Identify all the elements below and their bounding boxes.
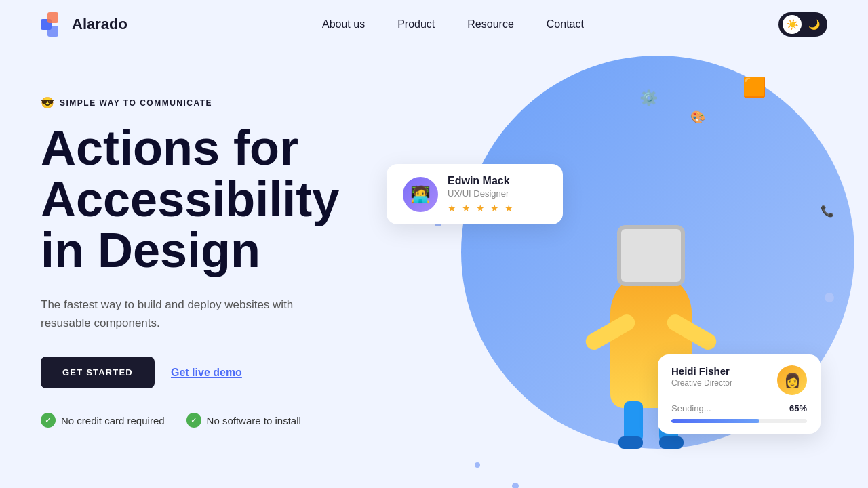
nav-item-contact[interactable]: Contact	[547, 18, 584, 30]
edwin-avatar-emoji: 🧑‍💻	[410, 185, 431, 204]
heidi-info: Heidi Fisher Creative Director	[671, 365, 732, 388]
heidi-header: Heidi Fisher Creative Director 👩	[671, 365, 807, 395]
card-edwin: 🧑‍💻 Edwin Mack UX/UI Designer ★ ★ ★ ★ ★	[387, 164, 563, 224]
hero-badge: 😎 SIMPLE WAY TO COMMUNICATE	[41, 96, 407, 109]
check-icon-software: ✓	[186, 413, 201, 428]
feature-text-software: No software to install	[207, 415, 301, 426]
get-started-button[interactable]: GET STARTED	[41, 357, 155, 388]
nav-item-resource[interactable]: Resource	[467, 18, 513, 30]
brand-logo[interactable]: Alarado	[41, 12, 127, 37]
heidi-role: Creative Director	[671, 378, 732, 388]
light-icon: ☀️	[787, 19, 798, 30]
edwin-info: Edwin Mack UX/UI Designer ★ ★ ★ ★ ★	[448, 175, 515, 214]
edwin-name: Edwin Mack	[448, 175, 515, 187]
heidi-avatar: 👩	[777, 365, 807, 395]
hero-subtitle: The fastest way to build and deploy webs…	[41, 296, 346, 332]
brand-name: Alarado	[72, 16, 127, 33]
feature-no-software: ✓ No software to install	[186, 413, 301, 428]
float-shape-top: ⚙️	[639, 89, 658, 107]
hero-section: 😎 SIMPLE WAY TO COMMUNICATE Actions for …	[0, 49, 868, 488]
svg-rect-1	[47, 12, 58, 23]
sending-pct: 65%	[789, 403, 807, 413]
sending-row: Sending... 65%	[671, 403, 807, 413]
dark-mode-button[interactable]: 🌙	[804, 15, 823, 34]
edwin-role: UX/UI Designer	[448, 188, 515, 199]
badge-text: SIMPLE WAY TO COMMUNICATE	[60, 98, 212, 108]
badge-emoji: 😎	[41, 96, 54, 109]
logo-icon	[41, 12, 65, 37]
dark-icon: 🌙	[808, 19, 820, 30]
hero-features: ✓ No credit card required ✓ No software …	[41, 413, 407, 428]
heidi-name: Heidi Fisher	[671, 365, 732, 377]
light-mode-button[interactable]: ☀️	[783, 15, 802, 34]
hero-buttons: GET STARTED Get live demo	[41, 357, 407, 388]
title-line3: in Design	[41, 223, 260, 277]
nav-item-product[interactable]: Product	[397, 18, 435, 30]
float-shape-right: 📞	[821, 205, 834, 218]
hero-title: Actions for Accessibility in Design	[41, 123, 407, 277]
feature-no-credit-card: ✓ No credit card required	[41, 413, 165, 428]
theme-toggle[interactable]: ☀️ 🌙	[778, 12, 827, 37]
check-icon-credit-card: ✓	[41, 413, 56, 428]
navbar: Alarado About us Product Resource Contac…	[0, 0, 868, 49]
live-demo-button[interactable]: Get live demo	[171, 367, 242, 379]
float-shape-corner: 🟧	[743, 76, 766, 98]
sending-label: Sending...	[671, 403, 711, 413]
edwin-avatar: 🧑‍💻	[403, 177, 438, 212]
title-line2: Accessibility	[41, 172, 339, 226]
progress-bar	[671, 419, 807, 423]
hero-illustration: ⚙️ 🎨 📞 🟧 🧑‍	[407, 69, 827, 488]
edwin-stars: ★ ★ ★ ★ ★	[448, 203, 515, 214]
hero-content: 😎 SIMPLE WAY TO COMMUNICATE Actions for …	[41, 69, 407, 428]
progress-fill	[671, 419, 760, 423]
nav-item-about[interactable]: About us	[322, 18, 365, 30]
heidi-avatar-emoji: 👩	[784, 372, 801, 388]
title-line1: Actions for	[41, 121, 298, 175]
nav-links: About us Product Resource Contact	[322, 18, 584, 30]
svg-rect-2	[47, 26, 58, 37]
card-heidi: Heidi Fisher Creative Director 👩 Sending…	[658, 354, 821, 434]
float-shape-top2: 🎨	[690, 110, 705, 125]
feature-text-credit-card: No credit card required	[61, 415, 165, 426]
